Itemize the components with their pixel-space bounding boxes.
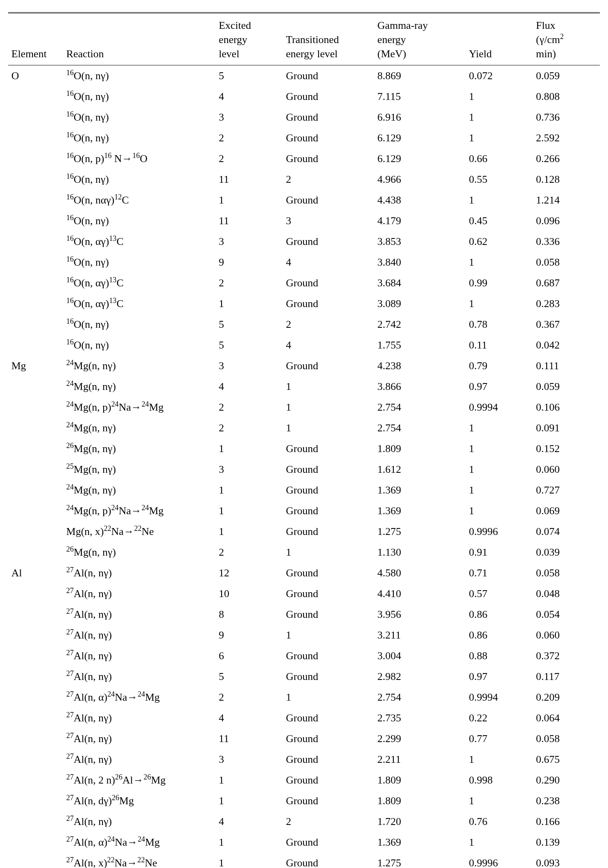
cell-yield: 1 xyxy=(466,438,533,459)
cell-energy: 3.956 xyxy=(374,604,466,625)
table-row: 16O(n, nγ)943.84010.058 xyxy=(8,252,600,273)
cell-energy: 2.754 xyxy=(374,687,466,708)
cell-element xyxy=(8,583,63,604)
cell-excited: 1 xyxy=(215,190,282,210)
cell-flux: 0.687 xyxy=(533,273,600,293)
cell-energy: 7.115 xyxy=(374,86,466,107)
cell-energy: 4.580 xyxy=(374,563,466,583)
cell-flux: 0.069 xyxy=(533,500,600,521)
cell-transitioned: 1 xyxy=(282,418,374,438)
table-row: 27Al(n, nγ)4Ground2.7350.220.064 xyxy=(8,708,600,728)
cell-flux: 0.727 xyxy=(533,480,600,500)
cell-energy: 4.179 xyxy=(374,210,466,231)
cell-transitioned: Ground xyxy=(282,708,374,728)
cell-element xyxy=(8,542,63,563)
cell-excited: 2 xyxy=(215,542,282,563)
cell-energy: 4.966 xyxy=(374,169,466,190)
cell-element xyxy=(8,687,63,708)
cell-excited: 5 xyxy=(215,65,282,87)
cell-element xyxy=(8,314,63,335)
table-row: 27Al(n, α)24Na→24Mg212.7540.99940.209 xyxy=(8,687,600,708)
cell-energy: 1.369 xyxy=(374,832,466,853)
cell-energy: 1.275 xyxy=(374,521,466,542)
cell-element xyxy=(8,252,63,273)
cell-transitioned: Ground xyxy=(282,853,374,868)
cell-transitioned: Ground xyxy=(282,749,374,770)
table-row: 16O(n, nγ)1124.9660.550.128 xyxy=(8,169,600,190)
table-row: 16O(n, nγ)4Ground7.11510.808 xyxy=(8,86,600,107)
cell-excited: 2 xyxy=(215,397,282,418)
cell-transitioned: Ground xyxy=(282,583,374,604)
cell-transitioned: 1 xyxy=(282,376,374,397)
cell-excited: 8 xyxy=(215,604,282,625)
cell-excited: 1 xyxy=(215,293,282,314)
cell-excited: 4 xyxy=(215,376,282,397)
cell-transitioned: 1 xyxy=(282,625,374,645)
cell-element xyxy=(8,645,63,666)
cell-excited: 1 xyxy=(215,853,282,868)
cell-yield: 1 xyxy=(466,86,533,107)
cell-yield: 0.79 xyxy=(466,355,533,376)
cell-yield: 0.9996 xyxy=(466,521,533,542)
table-row: 27Al(n, nγ)10Ground4.4100.570.048 xyxy=(8,583,600,604)
table-row: 24Mg(n, p)24Na→24Mg1Ground1.36910.069 xyxy=(8,500,600,521)
col-element: Element xyxy=(8,13,63,65)
cell-energy: 4.410 xyxy=(374,583,466,604)
cell-energy: 2.754 xyxy=(374,418,466,438)
cell-transitioned: 3 xyxy=(282,210,374,231)
col-yield: Yield xyxy=(466,13,533,65)
table-row: 27Al(n, nγ)913.2110.860.060 xyxy=(8,625,600,645)
cell-flux: 0.238 xyxy=(533,790,600,811)
cell-transitioned: Ground xyxy=(282,355,374,376)
cell-yield: 1 xyxy=(466,190,533,210)
cell-yield: 0.86 xyxy=(466,625,533,645)
cell-excited: 1 xyxy=(215,480,282,500)
cell-reaction: 16O(n, nγ) xyxy=(63,128,215,148)
cell-reaction: 16O(n, αγ)13C xyxy=(63,273,215,293)
cell-flux: 0.808 xyxy=(533,86,600,107)
cell-reaction: 16O(n, nγ) xyxy=(63,210,215,231)
cell-reaction: 27Al(n, nγ) xyxy=(63,811,215,832)
cell-yield: 0.86 xyxy=(466,604,533,625)
cell-element xyxy=(8,625,63,645)
cell-flux: 0.111 xyxy=(533,355,600,376)
cell-flux: 0.060 xyxy=(533,625,600,645)
cell-reaction: 24Mg(n, nγ) xyxy=(63,418,215,438)
cell-reaction: 16O(n, αγ)13C xyxy=(63,231,215,252)
cell-flux: 0.128 xyxy=(533,169,600,190)
cell-yield: 0.97 xyxy=(466,376,533,397)
cell-element xyxy=(8,480,63,500)
cell-excited: 5 xyxy=(215,666,282,687)
cell-reaction: 24Mg(n, nγ) xyxy=(63,355,215,376)
cell-energy: 8.869 xyxy=(374,65,466,87)
table-row: 16O(n, αγ)13C2Ground3.6840.990.687 xyxy=(8,273,600,293)
cell-excited: 9 xyxy=(215,625,282,645)
cell-element: Mg xyxy=(8,355,63,376)
cell-flux: 0.042 xyxy=(533,335,600,355)
cell-flux: 0.091 xyxy=(533,418,600,438)
cell-transitioned: Ground xyxy=(282,790,374,811)
table-row: 16O(n, nγ)2Ground6.12912.592 xyxy=(8,128,600,148)
cell-flux: 0.152 xyxy=(533,438,600,459)
cell-flux: 0.093 xyxy=(533,853,600,868)
cell-yield: 1 xyxy=(466,459,533,480)
table-row: 27Al(n, nγ)3Ground2.21110.675 xyxy=(8,749,600,770)
cell-reaction: 24Mg(n, p)24Na→24Mg xyxy=(63,397,215,418)
cell-element xyxy=(8,397,63,418)
cell-flux: 1.214 xyxy=(533,190,600,210)
cell-flux: 0.367 xyxy=(533,314,600,335)
cell-flux: 0.058 xyxy=(533,728,600,749)
cell-flux: 0.290 xyxy=(533,770,600,790)
table-row: Mg24Mg(n, nγ)3Ground4.2380.790.111 xyxy=(8,355,600,376)
cell-excited: 6 xyxy=(215,645,282,666)
cell-yield: 0.998 xyxy=(466,770,533,790)
cell-flux: 0.139 xyxy=(533,832,600,853)
cell-element xyxy=(8,811,63,832)
cell-transitioned: Ground xyxy=(282,480,374,500)
cell-transitioned: 1 xyxy=(282,687,374,708)
cell-reaction: 24Mg(n, nγ) xyxy=(63,376,215,397)
cell-reaction: 27Al(n, α)24Na→24Mg xyxy=(63,687,215,708)
table-header-row: Element Reaction Excitedenergylevel Tran… xyxy=(8,13,600,65)
cell-excited: 12 xyxy=(215,563,282,583)
cell-energy: 2.754 xyxy=(374,397,466,418)
